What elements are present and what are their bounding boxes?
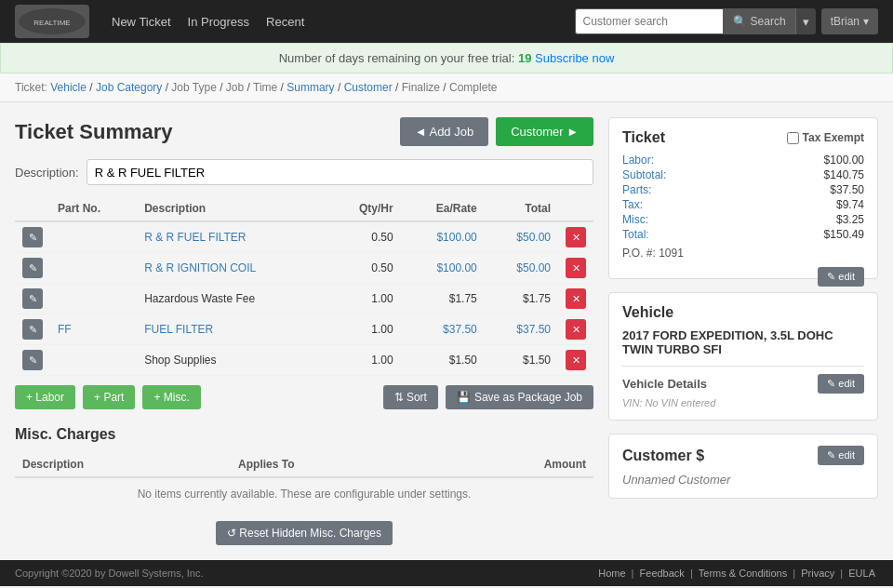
description-link[interactable]: R & R FUEL FILTER (144, 231, 246, 244)
table-row: ✎ Hazardous Waste Fee 1.00 $1.75 $1.75 ✕ (15, 284, 593, 314)
footer-privacy[interactable]: Privacy (801, 568, 834, 579)
tax-value: $9.74 (748, 198, 864, 211)
user-name: tBrian (831, 15, 860, 28)
footer-terms[interactable]: Terms & Conditions (699, 568, 787, 579)
col-delete (558, 196, 593, 221)
footer-eula[interactable]: EULA (848, 568, 875, 579)
cell-part-no (50, 284, 137, 314)
search-icon: 🔍 (733, 15, 747, 28)
nav-in-progress[interactable]: In Progress (188, 15, 249, 29)
search-button[interactable]: 🔍 Search (724, 8, 795, 34)
add-part-button[interactable]: + Part (83, 385, 135, 409)
breadcrumb-job-category[interactable]: Job Category (96, 81, 162, 94)
ticket-edit-button[interactable]: ✎ edit (818, 267, 864, 287)
row-delete-button[interactable]: ✕ (566, 288, 586, 309)
labor-value: $100.00 (748, 154, 864, 167)
save-package-button[interactable]: 💾 Save as Package Job (446, 385, 593, 409)
footer-links: Home | Feedback | Terms & Conditions | P… (595, 568, 878, 579)
logo[interactable]: REALTIME (15, 5, 89, 38)
vehicle-card-title: Vehicle (622, 304, 864, 321)
navbar-right: 🔍 Search ▾ tBrian ▾ (575, 8, 878, 34)
parts-table: Part No. Description Qty/Hr Ea/Rate Tota… (15, 196, 593, 376)
nav-recent[interactable]: Recent (266, 15, 304, 29)
total-value: $150.49 (748, 228, 864, 241)
row-delete-button[interactable]: ✕ (566, 319, 586, 340)
row-delete-cell: ✕ (558, 253, 593, 284)
row-edit-button[interactable]: ✎ (22, 227, 43, 247)
action-buttons-row: + Labor + Part + Misc. ⇅ Sort 💾 Save as … (15, 385, 593, 409)
tax-exempt-label: Tax Exempt (803, 131, 864, 144)
tax-exempt-checkbox[interactable] (787, 132, 799, 144)
vehicle-details-label: Vehicle Details (622, 377, 707, 391)
total-label: Total: (622, 228, 739, 241)
page-title: Ticket Summary (15, 120, 173, 144)
reset-misc-button[interactable]: ↺ Reset Hidden Misc. Charges (216, 521, 393, 545)
row-edit-button[interactable]: ✎ (22, 288, 43, 309)
customer-card: Customer $ ✎ edit Unnamed Customer (608, 434, 878, 499)
footer-home[interactable]: Home (598, 568, 625, 579)
cell-qty: 1.00 (327, 314, 400, 345)
search-dropdown-button[interactable]: ▾ (795, 8, 816, 34)
col-total: Total (485, 196, 558, 221)
logo-image: REALTIME (17, 7, 87, 36)
sort-button[interactable]: ⇅ Sort (383, 385, 438, 409)
cell-qty: 1.00 (327, 345, 400, 376)
row-delete-button[interactable]: ✕ (566, 350, 586, 370)
row-edit-cell: ✎ (15, 314, 50, 345)
row-delete-button[interactable]: ✕ (566, 227, 586, 247)
breadcrumb-customer[interactable]: Customer (344, 81, 393, 94)
footer: Copyright ©2020 by Dowell Systems, Inc. … (0, 560, 893, 586)
row-edit-cell: ✎ (15, 253, 50, 284)
search-btn-label: Search (751, 15, 786, 28)
cell-rate: $100.00 (401, 253, 485, 284)
subscribe-link[interactable]: Subscribe now (535, 51, 614, 65)
parts-value: $37.50 (748, 183, 864, 196)
vehicle-card: Vehicle 2017 FORD EXPEDITION, 3.5L DOHC … (608, 292, 878, 421)
breadcrumb: Ticket: Vehicle / Job Category / Job Typ… (0, 74, 893, 102)
add-labor-button[interactable]: + Labor (15, 385, 75, 409)
tax-label: Tax: (622, 198, 739, 211)
cell-part-no: FF (50, 314, 137, 345)
row-edit-button[interactable]: ✎ (22, 319, 43, 340)
footer-feedback[interactable]: Feedback (640, 568, 685, 579)
vehicle-edit-button[interactable]: ✎ edit (818, 374, 864, 394)
cell-description: Hazardous Waste Fee (137, 284, 327, 314)
add-job-button[interactable]: ◄ Add Job (400, 117, 488, 146)
user-menu-button[interactable]: tBrian ▾ (821, 8, 878, 34)
customer-edit-button[interactable]: ✎ edit (818, 446, 864, 465)
row-delete-button[interactable]: ✕ (566, 258, 586, 278)
cell-description: FUEL FILTER (137, 314, 327, 345)
description-input[interactable] (87, 159, 593, 185)
nav-links: New Ticket In Progress Recent (112, 15, 575, 29)
vehicle-title-text: Vehicle (622, 304, 673, 321)
row-edit-cell: ✎ (15, 345, 50, 376)
description-link[interactable]: FUEL FILTER (144, 323, 213, 336)
customer-title-text: Customer $ (622, 448, 704, 464)
row-edit-button[interactable]: ✎ (22, 258, 43, 278)
description-text: Shop Supplies (144, 354, 216, 367)
search-input[interactable] (575, 8, 724, 34)
misc-charges-section: Misc. Charges Description Applies To Amo… (15, 426, 593, 545)
breadcrumb-summary[interactable]: Summary (287, 81, 334, 94)
description-link[interactable]: R & R IGNITION COIL (144, 261, 256, 274)
cell-description: R & R IGNITION COIL (137, 253, 327, 284)
trial-text: Number of days remaining on your free tr… (279, 51, 515, 65)
nav-new-ticket[interactable]: New Ticket (112, 15, 171, 29)
breadcrumb-vehicle[interactable]: Vehicle (50, 81, 87, 94)
add-misc-button[interactable]: + Misc. (142, 385, 200, 409)
cell-description: Shop Supplies (137, 345, 327, 376)
row-delete-cell: ✕ (558, 345, 593, 376)
customer-button[interactable]: Customer ► (496, 117, 593, 146)
col-qty: Qty/Hr (327, 196, 400, 221)
row-delete-cell: ✕ (558, 221, 593, 253)
cell-part-no (50, 345, 137, 376)
cell-rate: $37.50 (401, 314, 485, 345)
row-edit-button[interactable]: ✎ (22, 350, 43, 370)
ticket-title-text: Ticket (622, 129, 665, 146)
misc-empty-row: No items currently available. These are … (15, 477, 593, 510)
misc-value: $3.25 (748, 213, 864, 226)
ticket-card-title: Ticket Tax Exempt (622, 129, 864, 146)
search-box: 🔍 Search ▾ (575, 8, 816, 34)
trial-days: 19 (518, 51, 531, 65)
left-panel: Ticket Summary ◄ Add Job Customer ► Desc… (15, 117, 593, 545)
